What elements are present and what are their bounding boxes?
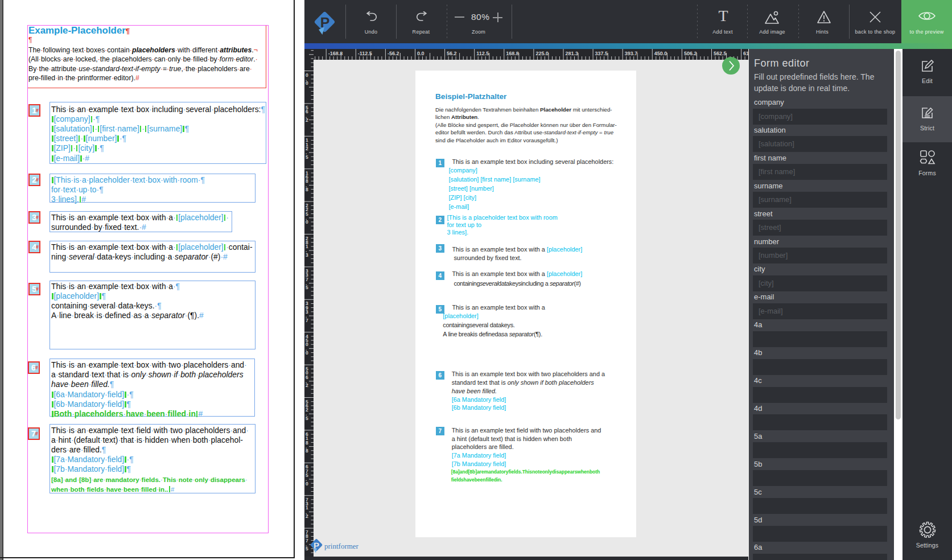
svg-text:P: P xyxy=(314,541,319,551)
svg-text:56.2: 56.2 xyxy=(447,51,457,56)
svg-text:8: 8 xyxy=(306,448,308,454)
svg-text:7: 7 xyxy=(306,318,308,323)
svg-text:5: 5 xyxy=(306,154,308,160)
svg-text:618.8: 618.8 xyxy=(743,51,748,56)
svg-text:506.2: 506.2 xyxy=(684,51,697,56)
svg-text:-56.2: -56.2 xyxy=(388,51,399,56)
svg-text:0: 0 xyxy=(306,350,308,356)
svg-text:-168.8: -168.8 xyxy=(328,51,343,56)
svg-text:225.0: 225.0 xyxy=(535,51,549,56)
svg-text:450.0: 450.0 xyxy=(654,51,667,56)
svg-text:2: 2 xyxy=(306,117,308,123)
svg-text:337.5: 337.5 xyxy=(595,51,608,56)
svg-text:2: 2 xyxy=(306,513,308,519)
svg-text:printformer: printformer xyxy=(324,542,359,550)
svg-text:562.5: 562.5 xyxy=(714,51,727,56)
svg-text:5: 5 xyxy=(306,415,308,421)
svg-text:0.0: 0.0 xyxy=(417,51,425,56)
svg-text:P: P xyxy=(320,15,330,31)
svg-text:-112.5: -112.5 xyxy=(358,51,372,56)
svg-text:2: 2 xyxy=(306,382,308,388)
svg-text:0: 0 xyxy=(306,219,308,225)
svg-text:0: 0 xyxy=(306,80,308,86)
svg-text:0: 0 xyxy=(306,481,308,487)
svg-text:281.3: 281.3 xyxy=(566,51,579,56)
svg-text:168.8: 168.8 xyxy=(506,51,519,56)
svg-text:5: 5 xyxy=(306,285,308,290)
svg-text:393.7: 393.7 xyxy=(625,51,638,56)
svg-text:5: 5 xyxy=(306,546,308,551)
svg-text:112.5: 112.5 xyxy=(476,51,489,56)
svg-text:3: 3 xyxy=(306,252,308,258)
svg-text:8: 8 xyxy=(306,187,308,192)
